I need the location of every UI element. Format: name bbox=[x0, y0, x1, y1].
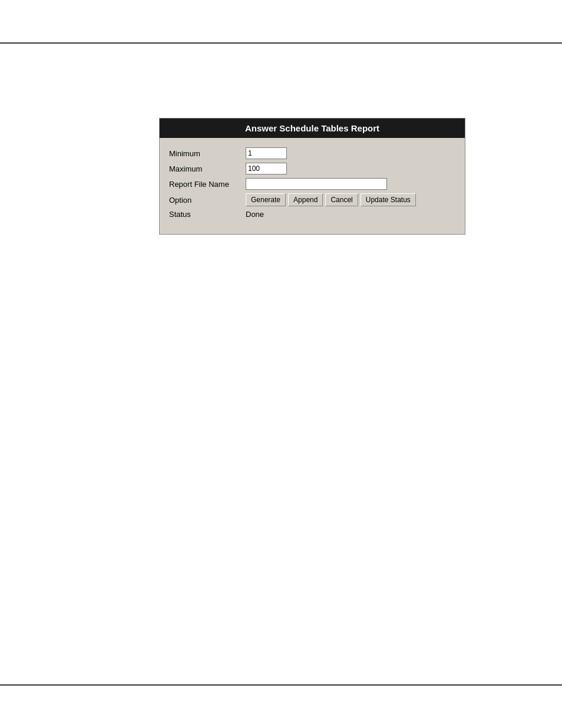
append-button[interactable]: Append bbox=[288, 193, 323, 206]
minimum-label: Minimum bbox=[169, 149, 246, 158]
bottom-rule bbox=[0, 684, 562, 686]
dialog-title: Answer Schedule Tables Report bbox=[160, 118, 465, 138]
status-row: Status Done bbox=[169, 210, 455, 219]
dialog-container: Answer Schedule Tables Report Minimum Ma… bbox=[159, 118, 465, 235]
report-file-name-label: Report File Name bbox=[169, 180, 246, 189]
update-status-button[interactable]: Update Status bbox=[361, 193, 416, 206]
option-label: Option bbox=[169, 196, 246, 205]
report-file-name-input[interactable] bbox=[246, 178, 387, 190]
generate-button[interactable]: Generate bbox=[246, 193, 286, 206]
report-file-name-row: Report File Name bbox=[169, 178, 455, 190]
option-row: Option Generate Append Cancel Update Sta… bbox=[169, 193, 455, 206]
status-label: Status bbox=[169, 210, 246, 219]
top-rule bbox=[0, 42, 562, 44]
option-buttons: Generate Append Cancel Update Status bbox=[246, 193, 416, 206]
maximum-label: Maximum bbox=[169, 164, 246, 173]
maximum-input[interactable] bbox=[246, 163, 287, 174]
minimum-row: Minimum bbox=[169, 147, 455, 159]
status-value: Done bbox=[246, 210, 264, 219]
maximum-row: Maximum bbox=[169, 163, 455, 174]
dialog-body: Minimum Maximum Report File Name Option … bbox=[160, 145, 465, 225]
cancel-button[interactable]: Cancel bbox=[325, 193, 358, 206]
minimum-input[interactable] bbox=[246, 147, 287, 159]
